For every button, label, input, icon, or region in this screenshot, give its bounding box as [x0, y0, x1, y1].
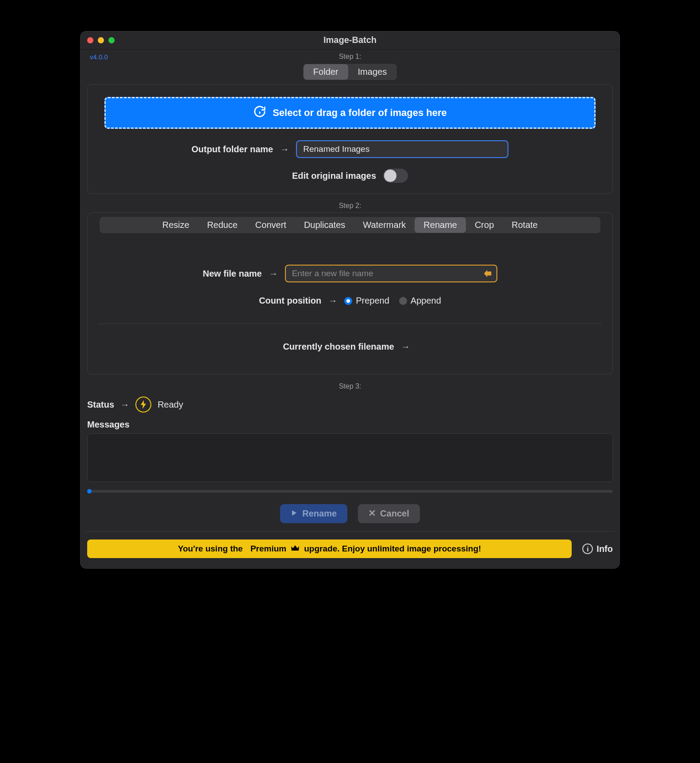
premium-word: Premium: [250, 544, 286, 554]
info-button[interactable]: i Info: [582, 543, 613, 554]
output-folder-input[interactable]: [296, 140, 508, 158]
tab-watermark[interactable]: Watermark: [354, 217, 415, 233]
edit-original-toggle[interactable]: [383, 169, 408, 183]
run-button[interactable]: Rename: [280, 504, 347, 523]
new-filename-input[interactable]: [285, 265, 497, 282]
segment-folder[interactable]: Folder: [304, 64, 348, 80]
step-2-tabs-wrap: Resize Reduce Convert Duplicates Waterma…: [87, 212, 613, 234]
edit-original-label: Edit original images: [292, 171, 376, 181]
tab-rotate[interactable]: Rotate: [503, 217, 546, 233]
arrow-right-icon: →: [280, 144, 289, 154]
minimize-window-button[interactable]: [98, 37, 104, 43]
premium-text-suffix: upgrade. Enjoy unlimited image processin…: [304, 544, 481, 554]
close-window-button[interactable]: [87, 37, 93, 43]
status-value: Ready: [158, 400, 183, 410]
play-icon: [291, 509, 298, 519]
cancel-button-label: Cancel: [380, 509, 409, 519]
cancel-button[interactable]: Cancel: [358, 504, 420, 523]
chosen-filename-label: Currently chosen filename: [283, 342, 394, 352]
app-window: Image-Batch v4.0.0 Step 1: Folder Images: [80, 31, 620, 569]
crown-icon: [291, 544, 300, 554]
step-2-label: Step 2:: [85, 202, 615, 210]
progress-bar: [87, 490, 613, 493]
maximize-window-button[interactable]: [108, 37, 115, 43]
tab-resize[interactable]: Resize: [154, 217, 198, 233]
arrow-right-icon: →: [328, 296, 337, 306]
count-position-radio-group: Prepend Append: [344, 296, 441, 306]
tab-crop[interactable]: Crop: [466, 217, 503, 233]
output-folder-label: Output folder name: [192, 144, 273, 154]
tab-rename[interactable]: Rename: [415, 217, 466, 233]
step-1-panel: Select or drag a folder of images here O…: [87, 84, 613, 194]
arrow-right-icon: →: [120, 400, 129, 410]
count-position-label: Count position: [259, 296, 321, 306]
lightning-icon: [135, 397, 151, 412]
operation-tabs: Resize Reduce Convert Duplicates Waterma…: [99, 216, 601, 234]
info-label: Info: [596, 544, 613, 554]
radio-append[interactable]: Append: [399, 296, 441, 306]
info-icon: i: [582, 543, 593, 554]
window-controls: [87, 37, 115, 43]
step-2-panel: New file name → Count position → Prepend: [87, 234, 613, 374]
premium-text-prefix: You're using the: [178, 544, 243, 554]
input-mode-segment: Folder Images: [303, 63, 397, 81]
radio-prepend-label: Prepend: [356, 296, 389, 306]
dropzone-text: Select or drag a folder of images here: [273, 107, 447, 119]
titlebar: Image-Batch: [80, 31, 620, 50]
run-button-label: Rename: [302, 509, 337, 519]
status-label: Status: [87, 400, 114, 410]
cursor-reload-icon: [253, 105, 266, 121]
messages-box: [87, 433, 613, 482]
arrow-right-icon: →: [401, 342, 410, 352]
radio-prepend[interactable]: Prepend: [344, 296, 389, 306]
tab-convert[interactable]: Convert: [246, 217, 295, 233]
divider: [98, 324, 602, 324]
divider: [85, 531, 615, 532]
step-1-label: Step 1:: [85, 53, 615, 61]
radio-append-label: Append: [411, 296, 441, 306]
segment-images[interactable]: Images: [348, 64, 397, 80]
folder-dropzone[interactable]: Select or drag a folder of images here: [104, 97, 596, 129]
window-title: Image-Batch: [80, 35, 620, 45]
messages-label: Messages: [87, 420, 613, 430]
step-3-label: Step 3:: [85, 382, 615, 390]
new-filename-label: New file name: [203, 269, 262, 279]
arrow-right-icon: →: [269, 269, 278, 279]
tab-duplicates[interactable]: Duplicates: [295, 217, 354, 233]
premium-banner: You're using the Premium upgrade. Enjoy …: [87, 539, 572, 558]
close-icon: [369, 509, 376, 519]
tab-reduce[interactable]: Reduce: [198, 217, 246, 233]
